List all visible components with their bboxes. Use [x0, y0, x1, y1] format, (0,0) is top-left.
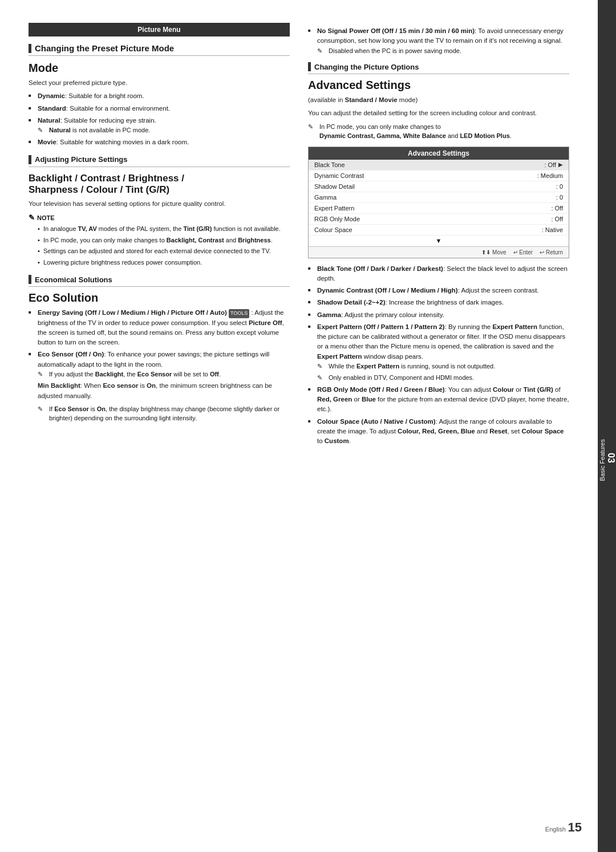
expert-memo2: Only enabled in DTV, Component and HDMI … — [317, 373, 569, 383]
settings-value: : Off — [551, 216, 563, 222]
nav-move: ⬆⬇ Move — [481, 249, 506, 255]
title-bar-icon — [29, 155, 31, 164]
advanced-intro: (available in Standard / Movie mode) — [308, 95, 569, 105]
note-item: Lowering picture brightness reduces powe… — [38, 258, 290, 267]
right-column: No Signal Power Off (Off / 15 min / 30 m… — [308, 23, 569, 829]
list-item: RGB Only Mode (Off / Red / Green / Blue)… — [308, 385, 569, 415]
list-item: Standard: Suitable for a normal environm… — [29, 104, 290, 113]
settings-value: : Off — [551, 205, 563, 212]
list-item: Dynamic Contrast (Off / Low / Medium / H… — [308, 286, 569, 295]
settings-row-colour-space: Colour Space : Native — [309, 225, 569, 236]
note-label: ✎ NOTE — [29, 213, 290, 222]
advanced-bullet-list: Black Tone (Off / Dark / Darker / Darkes… — [308, 264, 569, 447]
list-item: Black Tone (Off / Dark / Darker / Darkes… — [308, 264, 569, 284]
section4-title: Changing the Picture Options — [308, 62, 569, 74]
settings-row-rgb-only: RGB Only Mode : Off — [309, 214, 569, 225]
eco-memo2: If Eco Sensor is On, the display brightn… — [38, 404, 290, 423]
settings-label: RGB Only Mode — [314, 216, 360, 222]
list-item: Movie: Suitable for watching movies in a… — [29, 137, 290, 147]
note-item: In PC mode, you can only make changes to… — [38, 236, 290, 245]
section-preset-mode: Changing the Preset Picture Mode Mode Se… — [29, 43, 290, 147]
advanced-heading: Advanced Settings — [308, 79, 569, 92]
list-item: No Signal Power Off (Off / 15 min / 30 m… — [308, 26, 569, 55]
settings-value: : 0 — [556, 194, 563, 201]
settings-label: Shadow Detail — [314, 183, 355, 190]
picture-menu-header: Picture Menu — [29, 23, 290, 36]
language-label: English — [545, 826, 566, 833]
tools-badge: TOOLS — [229, 309, 249, 318]
list-item: Colour Space (Auto / Native / Custom): A… — [308, 417, 569, 447]
title-bar-icon — [308, 62, 311, 71]
section-picture-options: Changing the Picture Options Advanced Se… — [308, 62, 569, 446]
settings-label: Black Tone — [314, 161, 345, 168]
note-item: In analogue TV, AV modes of the PAL syst… — [38, 224, 290, 234]
list-item: Natural: Suitable for reducing eye strai… — [29, 116, 290, 135]
mode-heading: Mode — [29, 62, 290, 75]
section-economical: Economical Solutions Eco Solution Energy… — [29, 275, 290, 423]
settings-value: : Off ▶ — [544, 161, 563, 168]
list-item: Dynamic: Suitable for a bright room. — [29, 91, 290, 101]
settings-row-black-tone: Black Tone : Off ▶ — [309, 160, 569, 171]
chapter-number: 03 — [606, 453, 616, 463]
min-backlight-text: Min Backlight: When Eco sensor is On, th… — [38, 381, 290, 401]
list-item: Eco Sensor (Off / On): To enhance your p… — [29, 350, 290, 423]
section3-title: Economical Solutions — [29, 275, 290, 287]
page-number-area: English 15 — [545, 820, 582, 835]
list-item: Expert Pattern (Off / Pattern 1 / Patter… — [308, 322, 569, 383]
section1-title: Changing the Preset Picture Mode — [29, 43, 290, 56]
settings-row-gamma: Gamma : 0 — [309, 192, 569, 203]
nav-enter: ↵ Enter — [513, 249, 533, 255]
note-section: ✎ NOTE In analogue TV, AV modes of the P… — [29, 213, 290, 267]
settings-label: Expert Pattern — [314, 205, 354, 212]
note-list: In analogue TV, AV modes of the PAL syst… — [29, 224, 290, 267]
no-signal-list: No Signal Power Off (Off / 15 min / 30 m… — [308, 26, 569, 55]
advanced-text: You can adjust the detailed setting for … — [308, 108, 569, 118]
title-bar-icon — [29, 275, 31, 284]
left-column: Picture Menu Changing the Preset Picture… — [29, 23, 290, 829]
settings-label: Dynamic Contrast — [314, 172, 364, 179]
list-item: Gamma: Adjust the primary colour intensi… — [308, 310, 569, 320]
natural-note: Natural is not available in PC mode. — [38, 125, 290, 135]
page-container: 03 Basic Features Picture Menu Changing … — [0, 0, 616, 852]
expert-memo1: While the Expert Pattern is running, sou… — [317, 362, 569, 371]
main-content: Picture Menu Changing the Preset Picture… — [0, 0, 598, 852]
settings-nav: ⬆⬇ Move ↵ Enter ↩ Return — [309, 246, 569, 258]
list-item: Energy Saving (Off / Low / Medium / High… — [29, 308, 290, 347]
nav-return: ↩ Return — [540, 249, 563, 255]
settings-row-scroll: ▼ — [309, 236, 569, 246]
settings-value: : 0 — [556, 183, 563, 190]
settings-label: Gamma — [314, 194, 337, 201]
note-icon: ✎ — [29, 213, 35, 222]
settings-value: : Native — [542, 226, 563, 233]
chapter-title: Basic Features — [599, 439, 606, 481]
backlight-intro: Your television has several setting opti… — [29, 199, 290, 209]
page-number: 15 — [568, 820, 582, 834]
advanced-settings-box: Advanced Settings Black Tone : Off ▶ Dyn… — [308, 147, 569, 258]
settings-row-dynamic-contrast: Dynamic Contrast : Medium — [309, 171, 569, 181]
backlight-heading: Backlight / Contrast / Brightness /Sharp… — [29, 173, 290, 196]
settings-value: : Medium — [537, 172, 563, 179]
mode-list: Dynamic: Suitable for a bright room. Sta… — [29, 91, 290, 147]
eco-list: Energy Saving (Off / Low / Medium / High… — [29, 308, 290, 423]
title-bar-icon — [29, 44, 31, 53]
mode-intro: Select your preferred picture type. — [29, 78, 290, 88]
scroll-icon: ▼ — [436, 237, 442, 244]
settings-row-expert-pattern: Expert Pattern : Off — [309, 203, 569, 214]
section-adjusting: Adjusting Picture Settings Backlight / C… — [29, 155, 290, 267]
no-signal-section: No Signal Power Off (Off / 15 min / 30 m… — [308, 26, 569, 55]
list-item: Shadow Detail (-2~+2): Increase the brig… — [308, 298, 569, 307]
section2-title: Adjusting Picture Settings — [29, 155, 290, 167]
settings-row-shadow-detail: Shadow Detail : 0 — [309, 181, 569, 192]
no-signal-memo: Disabled when the PC is in power saving … — [317, 46, 569, 56]
eco-memo1: If you adjust the Backlight, the Eco Sen… — [38, 370, 290, 379]
note-item: Settings can be adjusted and stored for … — [38, 246, 290, 256]
side-chapter-tab: 03 Basic Features — [598, 0, 616, 852]
eco-heading: Eco Solution — [29, 291, 290, 305]
advanced-memo: In PC mode, you can only make changes to… — [308, 122, 569, 141]
settings-label: Colour Space — [314, 226, 352, 233]
settings-box-header: Advanced Settings — [309, 147, 569, 160]
